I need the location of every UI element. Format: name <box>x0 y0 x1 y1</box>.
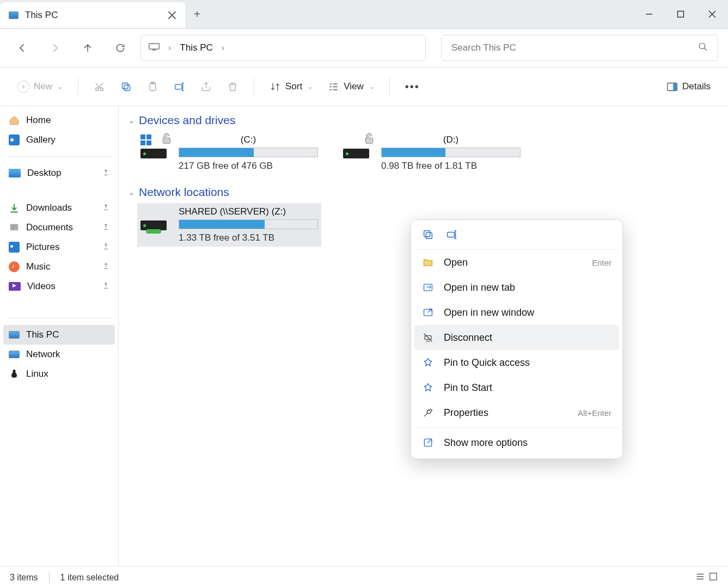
chevron-right-icon[interactable]: › <box>168 43 171 53</box>
svg-rect-5 <box>124 85 130 91</box>
paste-button[interactable] <box>142 78 164 96</box>
svg-rect-15 <box>426 232 432 238</box>
penguin-icon <box>9 369 20 379</box>
sidebar-item-music[interactable]: Music <box>3 257 115 277</box>
details-pane-button[interactable]: Details <box>661 78 716 96</box>
rename-button[interactable] <box>446 229 458 243</box>
svg-rect-11 <box>673 83 677 90</box>
ctx-pin-quick-access[interactable]: Pin to Quick access <box>414 350 619 375</box>
ctx-open-new-tab[interactable]: Open in new tab <box>414 275 619 300</box>
drive-label: SHARED (\\SERVER) (Z:) <box>179 206 318 217</box>
drive-c[interactable]: (C:) 217 GB free of 476 GB <box>137 131 321 175</box>
copy-button[interactable] <box>115 78 137 96</box>
gallery-icon <box>9 134 20 145</box>
capacity-bar <box>381 148 521 157</box>
sidebar-item-videos[interactable]: Videos <box>3 277 115 296</box>
share-button[interactable] <box>195 78 217 96</box>
svg-rect-17 <box>448 232 455 237</box>
chevron-down-icon: ⌄ <box>129 117 134 125</box>
pin-icon <box>102 168 109 179</box>
breadcrumb-location[interactable]: This PC <box>180 42 212 53</box>
pin-icon <box>422 357 434 368</box>
details-view-toggle[interactable] <box>695 572 705 584</box>
titlebar: This PC + <box>0 0 728 29</box>
address-bar[interactable]: › This PC › <box>140 35 426 61</box>
minimize-button[interactable] <box>633 0 665 28</box>
sidebar-item-downloads[interactable]: Downloads <box>3 198 115 218</box>
videos-icon <box>9 282 21 291</box>
chevron-down-icon: ⌄ <box>129 188 134 197</box>
drive-d[interactable]: (D:) 0.98 TB free of 1.81 TB <box>340 131 524 175</box>
svg-rect-13 <box>163 138 170 143</box>
ctx-open[interactable]: Open Enter <box>414 250 619 275</box>
command-bar: + New ⌄ Sort⌄ View⌄ ••• Details <box>0 67 728 106</box>
svg-rect-1 <box>149 44 159 49</box>
item-count: 3 items <box>10 573 38 583</box>
close-window-button[interactable] <box>696 0 728 28</box>
svg-rect-18 <box>424 284 432 291</box>
search-input[interactable] <box>451 42 698 53</box>
monitor-icon <box>9 11 19 19</box>
close-tab-button[interactable] <box>168 11 176 20</box>
search-box[interactable] <box>441 35 718 61</box>
sidebar-item-pictures[interactable]: Pictures <box>3 237 115 257</box>
pin-icon <box>102 261 109 272</box>
sidebar-item-home[interactable]: Home <box>3 111 115 130</box>
context-menu: Open Enter Open in new tab Open in new w… <box>411 219 623 459</box>
section-network-header[interactable]: ⌄ Network locations <box>129 186 718 199</box>
drive-label: (C:) <box>179 134 318 145</box>
sidebar-item-linux[interactable]: Linux <box>3 364 115 384</box>
sidebar-item-gallery[interactable]: Gallery <box>3 130 115 150</box>
monitor-icon <box>149 43 160 53</box>
section-devices-header[interactable]: ⌄ Devices and drives <box>129 114 718 127</box>
refresh-button[interactable] <box>108 35 133 60</box>
documents-icon <box>9 222 20 233</box>
ctx-disconnect[interactable]: Disconnect <box>414 325 619 350</box>
drive-free-text: 1.33 TB free of 3.51 TB <box>179 232 318 243</box>
drive-icon <box>140 134 172 158</box>
ctx-properties[interactable]: Properties Alt+Enter <box>414 400 619 425</box>
monitor-icon <box>9 331 20 339</box>
copy-button[interactable] <box>422 229 434 243</box>
open-window-icon <box>422 307 434 318</box>
home-icon <box>9 115 20 126</box>
view-button[interactable]: View⌄ <box>322 78 380 96</box>
sidebar-item-network[interactable]: Network <box>3 345 115 364</box>
new-tab-button[interactable]: + <box>185 0 209 28</box>
ctx-show-more[interactable]: Show more options <box>414 430 619 455</box>
chevron-right-icon[interactable]: › <box>222 43 224 53</box>
back-button[interactable] <box>10 35 35 60</box>
svg-rect-6 <box>123 83 129 89</box>
svg-rect-9 <box>175 84 182 89</box>
drive-free-text: 217 GB free of 476 GB <box>179 161 318 171</box>
maximize-button[interactable] <box>665 0 696 28</box>
svg-rect-14 <box>365 138 372 143</box>
new-button[interactable]: + New ⌄ <box>12 77 68 96</box>
download-icon <box>9 203 20 213</box>
sort-button[interactable]: Sort⌄ <box>264 78 318 96</box>
pictures-icon <box>9 242 20 253</box>
forward-button[interactable] <box>42 35 68 60</box>
network-drive-z[interactable]: SHARED (\\SERVER) (Z:) 1.33 TB free of 3… <box>137 203 321 247</box>
sidebar-item-desktop[interactable]: Desktop <box>3 163 115 183</box>
content-area: ⌄ Devices and drives (C:) 217 GB free of… <box>119 106 728 566</box>
sidebar-item-documents[interactable]: Documents <box>3 218 115 237</box>
pin-icon <box>102 222 109 233</box>
ctx-pin-start[interactable]: Pin to Start <box>414 375 619 400</box>
rename-button[interactable] <box>168 78 191 96</box>
delete-button[interactable] <box>222 78 244 96</box>
selection-count: 1 item selected <box>60 573 119 583</box>
ctx-open-new-window[interactable]: Open in new window <box>414 300 619 325</box>
navigation-bar: › This PC › <box>0 29 728 67</box>
cut-button[interactable] <box>88 78 111 96</box>
music-icon <box>9 261 20 272</box>
thumbnails-view-toggle[interactable] <box>708 572 718 584</box>
more-button[interactable]: ••• <box>400 77 425 96</box>
folder-icon <box>422 257 434 268</box>
up-button[interactable] <box>75 35 100 60</box>
tab-thispc[interactable]: This PC <box>0 2 185 28</box>
pin-icon <box>102 281 109 292</box>
svg-rect-22 <box>710 573 717 580</box>
wrench-icon <box>422 407 434 418</box>
sidebar-item-this-pc[interactable]: This PC <box>3 325 115 345</box>
